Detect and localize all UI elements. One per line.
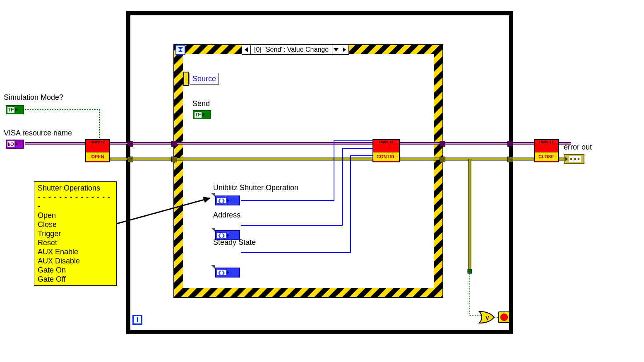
label-steady-state: Steady State xyxy=(213,238,256,247)
subvi-open-label: OPEN xyxy=(86,152,109,161)
event-timeout-terminal[interactable] xyxy=(175,45,185,55)
note-item: AUX Enable xyxy=(38,247,113,256)
control-send[interactable]: TF xyxy=(193,110,211,119)
subvi-close-label: CLOSE xyxy=(535,152,558,161)
subvi-control[interactable]: UNIBLTZ CONTRL xyxy=(372,139,400,162)
control-visa-resource[interactable]: I/O xyxy=(6,140,24,149)
svg-rect-6 xyxy=(174,45,183,297)
event-data-source[interactable]: Source xyxy=(190,73,219,84)
loop-stop-terminal[interactable] xyxy=(498,311,510,323)
subvi-close[interactable]: UNIBLTZ CLOSE xyxy=(534,139,559,162)
note-item: Trigger xyxy=(38,229,113,238)
event-next-button[interactable] xyxy=(340,45,348,54)
subvi-brand: UNIBLTZ xyxy=(535,140,558,145)
note-item: Open xyxy=(38,211,113,220)
note-item: AUX Disable xyxy=(38,256,113,265)
note-item: Gate On xyxy=(38,265,113,275)
tunnel-ev-session-out xyxy=(440,141,445,147)
svg-marker-23 xyxy=(178,47,183,52)
subvi-brand: UNIBLTZ xyxy=(86,140,109,145)
ring-glyph: ❮❯ xyxy=(217,233,226,238)
control-simulation-mode[interactable]: TF xyxy=(6,105,24,114)
io-glyph: I/O xyxy=(7,141,14,147)
ring-glyph-icon xyxy=(211,193,215,197)
ring-glyph-icon xyxy=(211,228,215,232)
note-item: Close xyxy=(38,220,113,229)
control-shutter-operation[interactable]: ❮❯ xyxy=(215,195,240,205)
subvi-brand: UNIBLTZ xyxy=(373,140,399,145)
ring-glyph: ❮❯ xyxy=(217,198,226,203)
label-visa-resource: VISA resource name xyxy=(4,129,72,138)
subvi-control-label: CONTRL xyxy=(373,152,399,161)
svg-text:V: V xyxy=(485,315,489,321)
label-address: Address xyxy=(213,211,240,220)
subvi-open[interactable]: UNIBLTZ OPEN xyxy=(85,139,110,162)
event-prev-button[interactable] xyxy=(242,45,251,54)
tunnel-session-out xyxy=(507,141,513,147)
svg-rect-19 xyxy=(468,269,472,273)
tf-glyph: TF xyxy=(195,112,202,118)
svg-rect-7 xyxy=(434,45,443,297)
stop-icon xyxy=(500,314,508,321)
label-shutter-operation: Uniblitz Shutter Operation xyxy=(213,183,298,192)
tunnel-error-out xyxy=(507,157,513,162)
note-title: Shutter Operations xyxy=(38,183,113,193)
ring-glyph-icon xyxy=(211,265,215,269)
tunnel-error-in xyxy=(127,157,133,162)
event-case-dropdown[interactable] xyxy=(332,45,340,54)
note-shutter-operations: Shutter Operations - - - - - - - - - - -… xyxy=(34,181,117,286)
event-case-selector[interactable]: [0] "Send": Value Change xyxy=(242,45,349,55)
tunnel-ev-session-in xyxy=(171,141,177,147)
ring-glyph: ❮❯ xyxy=(217,270,226,275)
note-item: Reset xyxy=(38,238,113,247)
tf-glyph: TF xyxy=(7,107,14,113)
tunnel-ev-error-out xyxy=(440,157,445,162)
event-data-node[interactable] xyxy=(183,72,189,86)
event-case-label: [0] "Send": Value Change xyxy=(251,45,332,54)
tunnel-session-in xyxy=(127,141,133,147)
tunnel-ev-error-in xyxy=(171,157,177,162)
indicator-error-out[interactable] xyxy=(564,154,584,164)
label-simulation-mode: Simulation Mode? xyxy=(4,93,63,102)
control-steady-state[interactable]: ❮❯ xyxy=(215,268,240,278)
note-item: Gate Off xyxy=(38,275,113,284)
loop-iteration-terminal[interactable]: i xyxy=(132,315,142,325)
label-send: Send xyxy=(192,99,210,108)
label-error-out: error out xyxy=(564,143,592,152)
svg-rect-5 xyxy=(174,288,443,297)
